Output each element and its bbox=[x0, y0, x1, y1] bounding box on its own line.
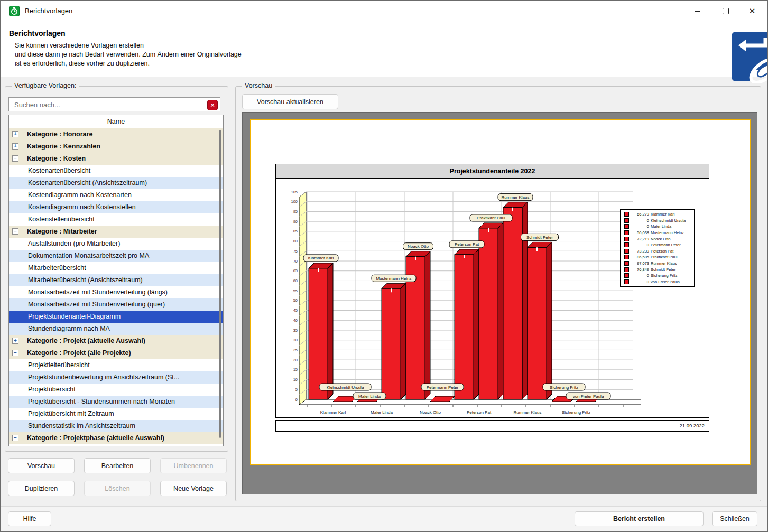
list-item-row[interactable]: Mitarbeiterübersicht bbox=[9, 262, 223, 274]
svg-text:30: 30 bbox=[293, 338, 298, 342]
available-templates-groupbox: Verfügbare Vorlagen: ✕ Name +Kategorie :… bbox=[5, 86, 228, 452]
list-category-row[interactable]: −Kategorie : Projekt (alle Projekte) bbox=[9, 347, 223, 359]
legend-swatch-icon bbox=[624, 224, 629, 229]
list-item-row[interactable]: Monatsarbeitszeit mit Stundenverteilung … bbox=[9, 298, 223, 311]
preview-button[interactable]: Vorschau bbox=[8, 458, 75, 473]
svg-text:Mustermann Heinz: Mustermann Heinz bbox=[376, 276, 411, 281]
svg-text:Rummer Klaus: Rummer Klaus bbox=[502, 195, 530, 200]
legend-entry: 56,038Mustermann Heinz bbox=[623, 230, 692, 236]
list-row-label: Kategorie : Mitarbeiter bbox=[27, 228, 97, 235]
legend-entry: 72,219Noack Otto bbox=[623, 236, 692, 242]
search-input[interactable] bbox=[13, 100, 206, 109]
list-column-header: Name bbox=[9, 115, 223, 128]
list-item-row[interactable]: Mitarbeiterübersicht (Ansichtszeitraum) bbox=[9, 274, 223, 286]
list-row-label: Projektstundenbewertung im Ansichtszeitr… bbox=[28, 374, 179, 381]
expand-icon[interactable]: + bbox=[12, 131, 18, 137]
svg-text:15: 15 bbox=[293, 367, 298, 372]
list-item-row[interactable]: Stundenstatistik im Ansichtszeitraum bbox=[9, 420, 223, 432]
search-box: ✕ bbox=[8, 97, 220, 111]
title-bar: Berichtvorlagen ✕ bbox=[1, 1, 767, 22]
create-report-button[interactable]: Bericht erstellen bbox=[575, 511, 704, 526]
list-item-row[interactable]: Projektübersicht mit Zeitraum bbox=[9, 408, 223, 420]
list-item-row[interactable]: Projektstundenbewertung im Ansichtszeitr… bbox=[9, 371, 223, 384]
list-category-row[interactable]: +Kategorie : Honorare bbox=[9, 128, 223, 141]
list-item-row[interactable]: Projektleiterübersicht bbox=[9, 359, 223, 371]
legend-swatch-icon bbox=[624, 249, 629, 254]
help-button[interactable]: Hilfe bbox=[8, 511, 51, 526]
refresh-preview-button[interactable]: Vorschau aktualisieren bbox=[242, 94, 338, 109]
list-category-row[interactable]: −Kategorie : Projektphase (aktuelle Ausw… bbox=[9, 432, 223, 444]
svg-text:Noack Otto: Noack Otto bbox=[408, 244, 429, 249]
collapse-icon[interactable]: − bbox=[12, 228, 18, 235]
legend-swatch-icon bbox=[624, 267, 629, 272]
chart-title: Projektstundenanteile 2022 bbox=[276, 164, 709, 179]
legend-entry: 0Maier Linda bbox=[623, 223, 692, 230]
list-item-row[interactable]: Stundendiagramm nach MA bbox=[9, 323, 223, 335]
list-item-row[interactable]: Kostendiagramm nach Kostenarten bbox=[9, 189, 223, 201]
svg-text:80: 80 bbox=[293, 239, 298, 244]
svg-text:Maier Linda: Maier Linda bbox=[371, 410, 393, 415]
description-line: Sie können verschiedene Vorlagen erstell… bbox=[15, 42, 144, 49]
list-item-row[interactable]: Kostenartenübersicht (Ansichtszeitraum) bbox=[9, 177, 223, 189]
list-row-label: Monatsarbeitszeit mit Stundenverteilung … bbox=[28, 301, 165, 308]
list-row-label: Kategorie : Projekt (aktuelle Auswahl) bbox=[27, 337, 145, 344]
minimize-icon[interactable] bbox=[685, 1, 709, 22]
list-item-row[interactable]: Projektübersicht - Stundensummen nach Mo… bbox=[9, 396, 223, 408]
new-template-button[interactable]: Neue Vorlage bbox=[160, 481, 227, 496]
list-item-row[interactable]: Projektstundenanteil-Diagramm bbox=[9, 311, 223, 323]
preview-groupbox: Vorschau Vorschau aktualisieren Projekts… bbox=[235, 86, 761, 501]
list-item-row[interactable]: Kostendiagramm nach Kostenstellen bbox=[9, 201, 223, 213]
svg-text:60: 60 bbox=[293, 278, 298, 283]
svg-text:0: 0 bbox=[295, 397, 298, 402]
list-row-label: Kategorie : Kosten bbox=[27, 155, 86, 162]
list-category-row[interactable]: +Kategorie : Projekt (aktuelle Auswahl) bbox=[9, 335, 223, 347]
list-row-label: Stundendiagramm nach MA bbox=[28, 325, 110, 332]
stopwatch-icon bbox=[9, 6, 20, 16]
list-item-row[interactable]: Monatsarbeitszeit mit Stundenverteilung … bbox=[9, 286, 223, 298]
close-icon[interactable]: ✕ bbox=[740, 1, 764, 22]
list-item-row[interactable]: Kostenstellenübersicht bbox=[9, 213, 223, 226]
report-date: 21.09.2022 bbox=[275, 420, 709, 432]
svg-text:45: 45 bbox=[293, 308, 298, 313]
svg-text:50: 50 bbox=[293, 298, 298, 303]
svg-text:Petermann Peter: Petermann Peter bbox=[427, 385, 459, 390]
legend-swatch-icon bbox=[624, 255, 629, 259]
svg-text:55: 55 bbox=[293, 288, 298, 293]
list-row-label: Kategorie : Honorare bbox=[27, 130, 92, 138]
list-category-row[interactable]: −Kategorie : Kosten bbox=[9, 153, 223, 165]
expand-icon[interactable]: + bbox=[12, 143, 18, 150]
legend-entry: 76,849Schmidt Peter bbox=[623, 266, 692, 273]
app-window: Berichtvorlagen ✕ Berichtvorlagen Sie kö… bbox=[0, 0, 768, 532]
rename-button[interactable]: Umbenennen bbox=[160, 458, 227, 473]
expand-icon[interactable]: + bbox=[12, 338, 18, 344]
collapse-icon[interactable]: − bbox=[12, 435, 18, 441]
list-scrollbar[interactable] bbox=[219, 130, 221, 438]
svg-text:35: 35 bbox=[293, 328, 298, 333]
legend-entry: 0Kleinschmidt Ursula bbox=[623, 218, 692, 224]
close-button[interactable]: Schließen bbox=[712, 511, 757, 526]
svg-text:85: 85 bbox=[293, 229, 298, 234]
collapse-icon[interactable]: − bbox=[12, 155, 18, 162]
template-list: Name +Kategorie : Honorare+Kategorie : K… bbox=[8, 115, 224, 446]
list-category-row[interactable]: −Kategorie : Mitarbeiter bbox=[9, 226, 223, 238]
svg-text:Schmidt Peter: Schmidt Peter bbox=[526, 235, 553, 240]
list-row-label: Projektübersicht - Stundensummen nach Mo… bbox=[28, 398, 175, 405]
list-item-row[interactable]: Kostenartenübersicht bbox=[9, 165, 223, 177]
list-category-row[interactable]: +Kategorie : Kennzahlen bbox=[9, 141, 223, 153]
svg-text:von Freier Paula: von Freier Paula bbox=[573, 394, 604, 399]
svg-text:100: 100 bbox=[291, 199, 298, 204]
edit-button[interactable]: Bearbeiten bbox=[84, 458, 151, 473]
delete-button[interactable]: Löschen bbox=[84, 481, 151, 496]
maximize-icon[interactable] bbox=[714, 1, 738, 22]
list-row-label: Kategorie : Kennzahlen bbox=[27, 143, 100, 150]
collapse-icon[interactable]: − bbox=[12, 350, 18, 356]
clear-x-icon[interactable]: ✕ bbox=[207, 100, 218, 110]
legend-entry: 0Petermann Peter bbox=[623, 242, 692, 248]
list-item-row[interactable]: Ausfallstunden (pro Mitarbeiter) bbox=[9, 238, 223, 250]
list-row-label: Stundenstatistik im Ansichtszeitraum bbox=[28, 422, 135, 430]
list-row-label: Kostenartenübersicht bbox=[28, 167, 90, 174]
list-item-row[interactable]: Projektübersicht bbox=[9, 384, 223, 396]
list-item-row[interactable]: Dokumentation Monatsarbeitszeit pro MA bbox=[9, 250, 223, 262]
bottom-bar: Hilfe Bericht erstellen Schließen bbox=[1, 506, 767, 532]
duplicate-button[interactable]: Duplizieren bbox=[8, 481, 75, 496]
